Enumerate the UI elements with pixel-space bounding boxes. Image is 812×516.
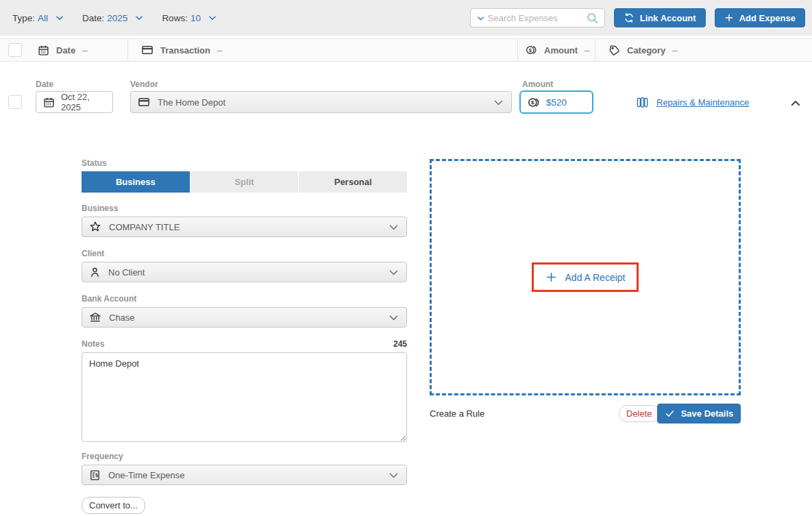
search-expenses-box[interactable] — [470, 8, 605, 27]
amount-field[interactable]: $ $520 — [519, 90, 593, 114]
notes-char-counter: 245 — [393, 339, 407, 349]
date-value: Oct 22, 2025 — [61, 92, 106, 112]
sort-indicator[interactable]: – — [82, 45, 87, 56]
column-header-transaction[interactable]: Transaction – — [127, 39, 517, 61]
vendor-value: The Home Depot — [158, 97, 493, 108]
column-header-date[interactable]: Date – — [22, 39, 127, 61]
create-rule-link[interactable]: Create a Rule — [430, 408, 484, 419]
date-filter-label: Date: — [82, 13, 104, 23]
credit-card-icon — [138, 96, 150, 108]
bank-account-dropdown[interactable]: Chase — [82, 307, 407, 328]
business-label: Business — [82, 204, 118, 213]
type-filter-value[interactable]: All — [38, 13, 48, 23]
amount-value: $520 — [546, 97, 567, 108]
chevron-down-icon[interactable] — [388, 267, 399, 278]
coins-icon: $ — [527, 96, 540, 109]
calendar-icon — [43, 97, 55, 108]
row-checkbox[interactable] — [8, 95, 22, 109]
rows-filter[interactable]: Rows: 10 — [162, 13, 217, 23]
chevron-down-icon[interactable] — [493, 97, 504, 108]
top-toolbar: Type: All Date: 2025 Rows: 10 — [0, 0, 812, 36]
delete-button[interactable]: Delete — [619, 405, 660, 422]
link-account-label: Link Account — [640, 13, 696, 23]
add-receipt-button[interactable]: Add A Receipt — [532, 262, 639, 292]
bank-account-value: Chase — [109, 312, 388, 323]
sort-indicator[interactable]: – — [217, 45, 222, 56]
date-field[interactable]: Oct 22, 2025 — [36, 91, 113, 113]
add-expense-button[interactable]: Add Expense — [715, 8, 805, 27]
notes-header: Notes 245 — [82, 339, 407, 349]
receipt-dropzone[interactable]: Add A Receipt — [430, 159, 741, 395]
vendor-dropdown[interactable]: The Home Depot — [130, 91, 512, 113]
add-receipt-label: Add A Receipt — [565, 272, 626, 283]
star-icon — [89, 221, 101, 233]
convert-to-button[interactable]: Convert to... — [82, 497, 145, 514]
chevron-down-icon[interactable] — [55, 13, 64, 23]
vendor-field-label: Vendor — [130, 79, 158, 89]
client-label: Client — [82, 249, 104, 258]
chevron-down-icon[interactable] — [208, 13, 217, 23]
tab-split[interactable]: Split — [190, 171, 299, 193]
category-value-link[interactable]: Repairs & Maintenance — [656, 97, 749, 108]
column-header-amount[interactable]: $ Amount – — [517, 39, 595, 61]
date-field-label: Date — [36, 79, 53, 89]
chevron-down-icon[interactable] — [388, 469, 399, 481]
credit-card-icon — [141, 44, 153, 56]
expense-app: Type: All Date: 2025 Rows: 10 — [0, 0, 812, 516]
plus-icon — [724, 13, 734, 23]
books-icon — [636, 96, 649, 109]
column-header-amount-label: Amount — [544, 45, 578, 56]
frequency-dropdown[interactable]: $ One-Time Expense — [82, 465, 407, 485]
plus-icon — [545, 271, 557, 283]
receipt-icon: $ — [89, 469, 101, 481]
column-header-transaction-label: Transaction — [160, 45, 210, 56]
type-filter-label: Type: — [12, 13, 35, 23]
type-filter[interactable]: Type: All — [12, 13, 64, 23]
chevron-down-icon[interactable] — [476, 14, 485, 23]
date-filter-value[interactable]: 2025 — [107, 13, 127, 23]
select-all-checkbox[interactable] — [8, 43, 22, 57]
search-input[interactable] — [485, 13, 586, 23]
date-filter[interactable]: Date: 2025 — [82, 13, 144, 23]
sync-icon — [624, 12, 635, 23]
chevron-down-icon[interactable] — [388, 312, 399, 323]
check-icon — [665, 408, 675, 419]
calendar-icon — [38, 45, 49, 56]
status-tabs: Business Split Personal — [82, 171, 407, 193]
tab-business[interactable]: Business — [82, 171, 190, 193]
business-dropdown[interactable]: COMPANY TITLE — [82, 217, 407, 237]
bank-account-label: Bank Account — [82, 294, 136, 304]
tag-icon — [608, 45, 620, 56]
search-icon[interactable] — [586, 12, 599, 25]
business-value: COMPANY TITLE — [109, 222, 388, 232]
chevron-up-icon[interactable] — [789, 97, 802, 110]
column-header-category[interactable]: Category – — [595, 39, 812, 61]
svg-text:$: $ — [531, 99, 534, 106]
column-header-date-label: Date — [56, 45, 75, 56]
client-dropdown[interactable]: No Client — [82, 262, 407, 282]
person-icon — [89, 267, 101, 278]
save-details-button[interactable]: Save Details — [657, 404, 741, 423]
category-link[interactable]: Repairs & Maintenance — [636, 96, 749, 109]
notes-textarea[interactable]: Home Depot — [82, 352, 407, 442]
sort-indicator[interactable]: – — [672, 45, 677, 56]
amount-field-label: Amount — [522, 79, 553, 89]
frequency-value: One-Time Expense — [108, 470, 388, 480]
chevron-down-icon[interactable] — [134, 13, 144, 23]
sort-indicator[interactable]: – — [585, 45, 589, 56]
svg-text:$: $ — [95, 472, 98, 478]
chevron-down-icon[interactable] — [388, 221, 399, 233]
table-header: Date – Transaction – $ Amount – Category… — [0, 38, 812, 62]
rows-filter-label: Rows: — [162, 13, 188, 23]
tab-personal[interactable]: Personal — [299, 171, 407, 193]
status-label: Status — [82, 158, 107, 168]
save-details-label: Save Details — [681, 408, 734, 419]
bank-icon — [89, 311, 101, 323]
rows-filter-value[interactable]: 10 — [190, 13, 201, 23]
client-value: No Client — [108, 267, 388, 278]
notes-label: Notes — [82, 339, 104, 349]
column-header-category-label: Category — [627, 45, 665, 56]
link-account-button[interactable]: Link Account — [614, 8, 706, 27]
svg-text:$: $ — [529, 47, 532, 53]
frequency-label: Frequency — [82, 452, 123, 461]
